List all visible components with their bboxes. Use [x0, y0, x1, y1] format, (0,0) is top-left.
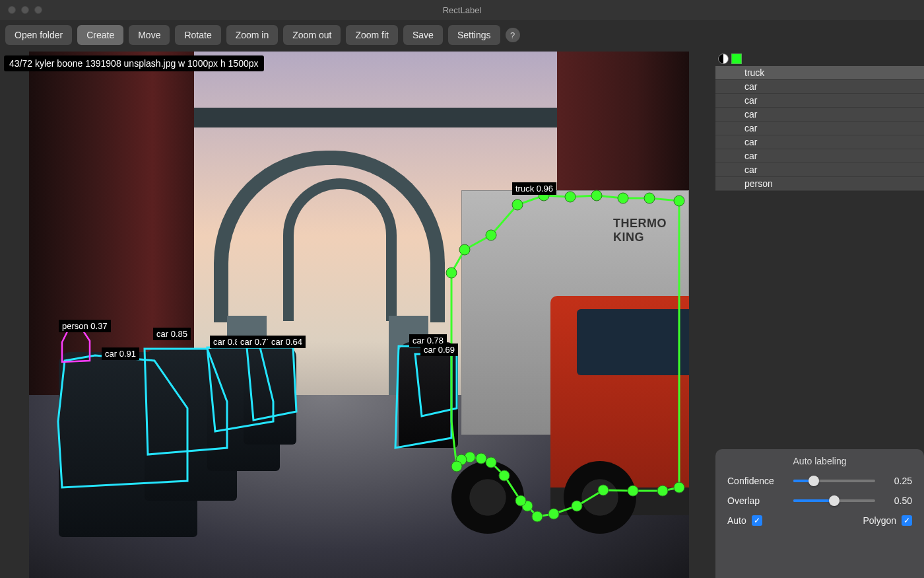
settings-button[interactable]: Settings: [448, 25, 500, 45]
label-car-1: car 0.91: [102, 347, 139, 360]
canvas-pane[interactable]: 43/72 kyler boone 1391908 unsplash.jpg w…: [0, 52, 715, 578]
panel-title: Auto labeling: [727, 456, 912, 466]
toolbar: Open folder Create Move Rotate Zoom in Z…: [0, 20, 924, 52]
object-row-car[interactable]: car: [715, 135, 924, 149]
window-title: RectLabel: [0, 5, 924, 15]
object-row-car[interactable]: car: [715, 94, 924, 108]
overlap-knob[interactable]: [829, 495, 840, 506]
window-controls: [0, 6, 42, 14]
zoom-out-button[interactable]: Zoom out: [283, 25, 341, 45]
move-button[interactable]: Move: [129, 25, 170, 45]
titlebar: RectLabel: [0, 0, 924, 20]
object-row-car[interactable]: car: [715, 163, 924, 177]
color-swatches: [715, 52, 924, 66]
overlap-label: Overlap: [727, 495, 787, 506]
rotate-button[interactable]: Rotate: [175, 25, 220, 45]
object-row-car[interactable]: car: [715, 149, 924, 163]
object-row-car[interactable]: car: [715, 108, 924, 122]
confidence-value: 0.25: [882, 476, 912, 486]
image-stage: THERMO KING truck 0.96 person 0.37 car 0…: [29, 52, 689, 578]
minimize-window-icon[interactable]: [21, 6, 29, 14]
label-car-2: car 0.85: [153, 328, 191, 340]
auto-checkbox[interactable]: [752, 515, 762, 526]
polygon-label: Polygon: [863, 515, 896, 526]
auto-labeling-panel: Auto labeling Confidence 0.25 Overlap 0.…: [715, 449, 924, 578]
object-row-person[interactable]: person: [715, 177, 924, 191]
truck-brand-text: THERMO KING: [613, 217, 689, 244]
open-folder-button[interactable]: Open folder: [5, 25, 72, 45]
help-icon[interactable]: ?: [506, 28, 520, 42]
label-car-7: car 0.69: [420, 343, 458, 356]
confidence-label: Confidence: [727, 476, 787, 486]
scene-artwork: THERMO KING: [29, 52, 689, 578]
label-truck: truck 0.96: [512, 182, 556, 195]
workspace: 43/72 kyler boone 1391908 unsplash.jpg w…: [0, 52, 924, 578]
object-row-truck[interactable]: truck: [715, 66, 924, 80]
object-row-car[interactable]: car: [715, 80, 924, 94]
overlap-value: 0.50: [882, 495, 912, 506]
label-color-swatch[interactable]: [731, 54, 742, 64]
image-status: 43/72 kyler boone 1391908 unsplash.jpg w…: [4, 55, 264, 71]
contrast-toggle-icon[interactable]: [718, 54, 729, 64]
zoom-in-button[interactable]: Zoom in: [226, 25, 279, 45]
overlap-slider[interactable]: [793, 499, 875, 502]
confidence-knob[interactable]: [808, 476, 819, 486]
maximize-window-icon[interactable]: [34, 6, 42, 14]
create-button[interactable]: Create: [77, 25, 123, 45]
close-window-icon[interactable]: [8, 6, 16, 14]
polygon-checkbox[interactable]: [902, 515, 912, 526]
zoom-fit-button[interactable]: Zoom fit: [346, 25, 398, 45]
object-list: truck car car car car car car car person: [715, 66, 924, 191]
object-row-car[interactable]: car: [715, 122, 924, 135]
confidence-slider[interactable]: [793, 480, 875, 482]
label-car-5: car 0.64: [268, 336, 306, 348]
right-column: truck car car car car car car car person…: [715, 52, 924, 578]
auto-label: Auto: [727, 515, 746, 526]
save-button[interactable]: Save: [403, 25, 443, 45]
label-person: person 0.37: [59, 320, 111, 332]
